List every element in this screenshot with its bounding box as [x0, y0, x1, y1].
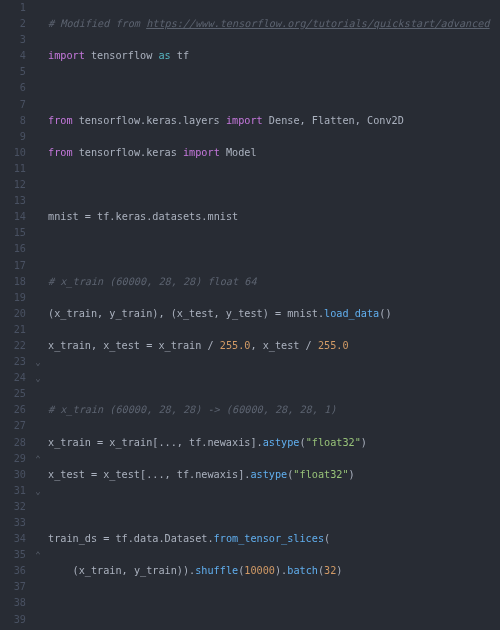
- fold-gutter: ⌄ ⌄ ⌃ ⌄ ⌃: [32, 0, 44, 630]
- line-number: 1: [0, 0, 26, 16]
- line-number: 15: [0, 225, 26, 241]
- line-number: 29: [0, 451, 26, 467]
- line-number: 30: [0, 467, 26, 483]
- line-number: 26: [0, 402, 26, 418]
- line-number: 27: [0, 418, 26, 434]
- comment: # Modified from https://www.tensorflow.o…: [48, 18, 490, 29]
- line-number: 4: [0, 48, 26, 64]
- line-number: 24: [0, 370, 26, 386]
- line-number: 12: [0, 177, 26, 193]
- fold-toggle-icon[interactable]: ⌃: [32, 547, 44, 563]
- line-number: 36: [0, 563, 26, 579]
- line-number: 23: [0, 354, 26, 370]
- fold-toggle-icon[interactable]: ⌄: [32, 370, 44, 386]
- line-number: 6: [0, 80, 26, 96]
- line-number: 7: [0, 97, 26, 113]
- line-number: 33: [0, 515, 26, 531]
- line-number: 14: [0, 209, 26, 225]
- line-number: 10: [0, 145, 26, 161]
- line-number: 34: [0, 531, 26, 547]
- line-number: 31: [0, 483, 26, 499]
- line-number: 32: [0, 499, 26, 515]
- comment: # x_train (60000, 28, 28) float 64: [48, 276, 257, 287]
- line-number: 11: [0, 161, 26, 177]
- line-number: 8: [0, 113, 26, 129]
- line-number: 37: [0, 579, 26, 595]
- fold-toggle-icon[interactable]: ⌄: [32, 483, 44, 499]
- line-number-gutter: 1 2 3 4 5 6 7 8 9 10 11 12 13 14 15 16 1…: [0, 0, 32, 630]
- code-editor[interactable]: 1 2 3 4 5 6 7 8 9 10 11 12 13 14 15 16 1…: [0, 0, 500, 630]
- line-number: 18: [0, 274, 26, 290]
- line-number: 20: [0, 306, 26, 322]
- line-number: 9: [0, 129, 26, 145]
- line-number: 5: [0, 64, 26, 80]
- keyword-import: import: [48, 50, 85, 61]
- line-number: 16: [0, 241, 26, 257]
- line-number: 3: [0, 32, 26, 48]
- line-number: 17: [0, 258, 26, 274]
- line-number: 21: [0, 322, 26, 338]
- line-number: 35: [0, 547, 26, 563]
- fold-toggle-icon[interactable]: ⌄: [32, 354, 44, 370]
- line-number: 38: [0, 595, 26, 611]
- line-number: 25: [0, 386, 26, 402]
- fold-toggle-icon[interactable]: ⌃: [32, 451, 44, 467]
- line-number: 13: [0, 193, 26, 209]
- line-number: 39: [0, 612, 26, 628]
- line-number: 28: [0, 435, 26, 451]
- line-number: 22: [0, 338, 26, 354]
- comment: # x_train (60000, 28, 28) -> (60000, 28,…: [48, 404, 336, 415]
- line-number: 2: [0, 16, 26, 32]
- line-number: 19: [0, 290, 26, 306]
- code-area[interactable]: # Modified from https://www.tensorflow.o…: [44, 0, 500, 630]
